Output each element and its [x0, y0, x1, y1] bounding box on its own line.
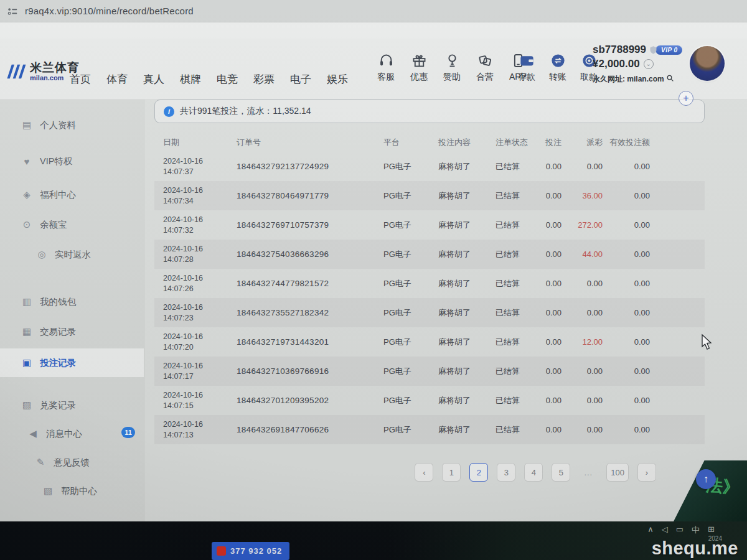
transfer-button[interactable]: 转账 — [544, 52, 571, 83]
plus-widget-icon[interactable]: + — [679, 91, 693, 106]
page-5[interactable]: 5 — [552, 463, 570, 482]
cell-date: 2024-10-16 14:07:26 — [163, 273, 237, 294]
feedback-icon: ✎ — [35, 457, 46, 468]
column-header: 投注内容 — [438, 137, 496, 148]
nav-entertainment[interactable]: 娱乐 — [327, 72, 348, 86]
nav-esports[interactable]: 电竞 — [217, 72, 238, 86]
sidebar-item-message-center[interactable]: ◀消息中心11 — [0, 419, 144, 448]
nav-lottery[interactable]: 彩票 — [253, 72, 275, 86]
help-icon: ▧ — [42, 485, 54, 497]
nav-slots[interactable]: 电子 — [290, 72, 311, 86]
page-100[interactable]: 100 — [606, 463, 629, 482]
table-row[interactable]: 2024-10-16 14:07:201846432719731443201PG… — [154, 327, 705, 357]
deposit-button[interactable]: 存款 — [513, 52, 540, 83]
support-button[interactable]: 客服 — [372, 52, 400, 83]
window-icon[interactable]: ▭ — [676, 525, 684, 536]
cell-date: 2024-10-16 14:07:17 — [163, 361, 237, 382]
nav-sports[interactable]: 体育 — [106, 72, 128, 86]
partner-button[interactable]: 合营 — [471, 52, 499, 83]
money-bag-icon: ⊙ — [21, 219, 32, 230]
page-next[interactable]: › — [637, 463, 656, 482]
cell-platform: PG电子 — [383, 366, 438, 377]
nav-home[interactable]: 首页 — [70, 72, 91, 86]
sponsor-button[interactable]: 赞助 — [438, 52, 466, 83]
table-row[interactable]: 2024-10-16 14:07:321846432769710757379PG… — [154, 210, 705, 240]
browser-screen: r9aq4x.vip:9010/mine/record/betRecord 米兰… — [0, 0, 747, 560]
sidebar-item-prize-records[interactable]: ▨兑奖记录 — [0, 391, 144, 419]
cell-order: 1846432754036663296 — [237, 250, 383, 259]
info-icon: i — [164, 106, 174, 117]
tab-groups-icon — [7, 7, 19, 16]
cards-icon — [477, 52, 494, 69]
wallet-gray-icon: ▥ — [21, 296, 32, 307]
id-card-icon: ▤ — [21, 119, 32, 131]
table-row[interactable]: 2024-10-16 14:07:371846432792137724929PG… — [154, 152, 705, 181]
sidebar-item-transaction-records[interactable]: ▦交易记录 — [0, 317, 144, 346]
cell-order: 1846432701209395202 — [237, 396, 383, 405]
unread-count-badge: 11 — [121, 427, 135, 438]
sidebar-item-vip-privileges[interactable]: ♥VIP特权 — [0, 147, 144, 175]
sidebar-item-label: 个人资料 — [40, 119, 76, 131]
cell-content: 麻将胡了 — [438, 249, 496, 260]
cell-bet: 0.00 — [532, 425, 561, 434]
cell-order: 1846432744779821572 — [237, 279, 383, 288]
keyboard-icon[interactable]: ⊞ — [708, 525, 715, 536]
page-ellipsis: ... — [579, 463, 598, 482]
pagination: ‹12345...100› — [154, 463, 705, 482]
cell-payout: 36.00 — [561, 191, 603, 200]
nav-live-casino[interactable]: 真人 — [143, 72, 164, 86]
back-to-top-button[interactable]: ↑ — [696, 469, 716, 489]
chevron-up-icon[interactable]: ∧ — [647, 525, 654, 536]
cell-platform: PG电子 — [383, 307, 438, 319]
table-row[interactable]: 2024-10-16 14:07:131846432691847706626PG… — [154, 415, 705, 444]
sidebar-item-realtime-rebate[interactable]: ◎实时返水 — [0, 240, 144, 269]
sidebar-item-my-wallet[interactable]: ▥我的钱包 — [0, 287, 144, 316]
cell-bet: 0.00 — [532, 162, 561, 171]
page-4[interactable]: 4 — [524, 463, 543, 482]
cell-order: 1846432719731443201 — [237, 337, 383, 347]
sidebar-item-help-center[interactable]: ▧帮助中心 — [0, 477, 144, 505]
table-row[interactable]: 2024-10-16 14:07:341846432780464971779PG… — [154, 181, 705, 210]
table-row[interactable]: 2024-10-16 14:07:261846432744779821572PG… — [154, 269, 705, 298]
table-row[interactable]: 2024-10-16 14:07:281846432754036663296PG… — [154, 240, 705, 269]
table-row[interactable]: 2024-10-16 14:07:151846432701209395202PG… — [154, 386, 705, 415]
page-1[interactable]: 1 — [442, 463, 461, 482]
search-icon[interactable] — [666, 73, 674, 85]
address-bar[interactable]: r9aq4x.vip:9010/mine/record/betRecord — [0, 0, 747, 22]
sidebar-item-welfare-center[interactable]: ◈福利中心 — [0, 180, 144, 209]
vip-level-label: VIP 0 — [655, 45, 682, 55]
site-logo[interactable]: 米兰体育 milan.com — [6, 61, 80, 82]
table-body: 2024-10-16 14:07:371846432792137724929PG… — [154, 152, 705, 444]
username[interactable]: sb7788999 — [593, 44, 646, 56]
quick-actions: 客服优惠赞助合营APP — [372, 52, 532, 83]
cell-status: 已结算 — [496, 424, 532, 436]
ime-chinese-icon[interactable]: 中 — [692, 525, 700, 536]
speaker-icon[interactable]: ◁ — [662, 525, 668, 536]
vip-shield-icon — [649, 45, 658, 55]
cell-platform: PG电子 — [383, 337, 438, 348]
cell-order: 1846432710369766916 — [237, 366, 383, 376]
cell-content: 麻将胡了 — [438, 424, 496, 436]
bet-record-icon: ▣ — [21, 357, 32, 368]
user-avatar[interactable] — [690, 46, 725, 81]
page-2[interactable]: 2 — [469, 463, 488, 482]
cell-date: 2024-10-16 14:07:15 — [163, 390, 237, 411]
promotions-button[interactable]: 优惠 — [405, 52, 433, 83]
page-prev[interactable]: ‹ — [415, 463, 433, 482]
sidebar-item-yuebao[interactable]: ⊙余额宝 — [0, 210, 144, 239]
deposit-label: 存款 — [518, 72, 535, 83]
nav-chess[interactable]: 棋牌 — [180, 72, 201, 86]
page-3[interactable]: 3 — [497, 463, 515, 482]
cell-bet: 0.00 — [532, 220, 561, 230]
cell-payout: 0.00 — [561, 425, 603, 434]
table-row[interactable]: 2024-10-16 14:07:171846432710369766916PG… — [154, 357, 705, 386]
sidebar-item-profile[interactable]: ▤个人资料 — [0, 111, 144, 139]
table-row[interactable]: 2024-10-16 14:07:231846432735527182342PG… — [154, 298, 705, 327]
cell-bet: 0.00 — [532, 308, 561, 317]
sidebar-item-feedback[interactable]: ✎意见反馈 — [0, 448, 144, 477]
column-header: 投注 — [532, 137, 561, 148]
cell-content: 麻将胡了 — [438, 220, 496, 231]
sidebar-item-bet-records[interactable]: ▣投注记录 — [0, 348, 144, 377]
balance-expand-icon[interactable]: ⌄ — [644, 59, 654, 69]
taskbar-tray-icons: ∧ ◁ ▭ 中 ⊞ — [647, 525, 715, 536]
